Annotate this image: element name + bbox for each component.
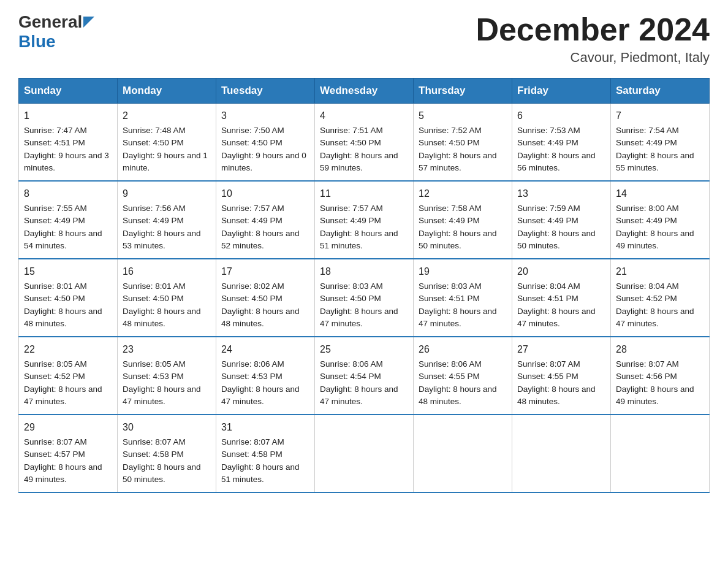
- sunset-label: Sunset: 4:52 PM: [24, 372, 85, 381]
- day-cell: 7Sunrise: 7:54 AMSunset: 4:49 PMDaylight…: [611, 104, 710, 182]
- day-cell: 16Sunrise: 8:01 AMSunset: 4:50 PMDayligh…: [118, 259, 216, 337]
- day-number: 9: [123, 186, 211, 201]
- sunset-label: Sunset: 4:50 PM: [320, 294, 381, 303]
- sunset-label: Sunset: 4:49 PM: [616, 216, 677, 225]
- sunrise-label: Sunrise: 7:55 AM: [24, 204, 87, 213]
- daylight-label: Daylight: 8 hours and 50 minutes.: [517, 229, 596, 250]
- day-number: 20: [517, 264, 605, 279]
- sunset-label: Sunset: 4:49 PM: [24, 216, 85, 225]
- daylight-label: Daylight: 8 hours and 48 minutes.: [221, 307, 300, 328]
- daylight-label: Daylight: 9 hours and 0 minutes.: [221, 151, 306, 172]
- sunset-label: Sunset: 4:49 PM: [517, 216, 578, 225]
- daylight-label: Daylight: 8 hours and 47 minutes.: [320, 307, 398, 328]
- day-number: 26: [419, 342, 507, 357]
- sunset-label: Sunset: 4:51 PM: [24, 138, 85, 147]
- calendar-header: SundayMondayTuesdayWednesdayThursdayFrid…: [19, 79, 710, 104]
- day-number: 10: [221, 186, 309, 201]
- day-cell: 13Sunrise: 7:59 AMSunset: 4:49 PMDayligh…: [512, 181, 611, 259]
- daylight-label: Daylight: 8 hours and 56 minutes.: [517, 151, 596, 172]
- day-number: 1: [24, 109, 112, 123]
- col-header-thursday: Thursday: [414, 79, 512, 104]
- daylight-label: Daylight: 8 hours and 50 minutes.: [123, 462, 201, 484]
- sunset-label: Sunset: 4:57 PM: [24, 450, 85, 459]
- day-cell: 15Sunrise: 8:01 AMSunset: 4:50 PMDayligh…: [19, 259, 118, 337]
- day-number: 23: [123, 342, 211, 357]
- daylight-label: Daylight: 8 hours and 48 minutes.: [419, 385, 497, 406]
- logo-general-text: General: [18, 12, 82, 32]
- day-cell: [414, 415, 512, 492]
- daylight-label: Daylight: 8 hours and 50 minutes.: [419, 229, 497, 250]
- sunrise-label: Sunrise: 8:06 AM: [221, 359, 284, 369]
- daylight-label: Daylight: 8 hours and 47 minutes.: [123, 385, 201, 406]
- daylight-label: Daylight: 9 hours and 3 minutes.: [24, 151, 109, 172]
- sunset-label: Sunset: 4:50 PM: [123, 138, 184, 147]
- sunset-label: Sunset: 4:51 PM: [517, 294, 578, 303]
- sunrise-label: Sunrise: 7:53 AM: [517, 126, 580, 135]
- daylight-label: Daylight: 8 hours and 47 minutes.: [221, 385, 300, 406]
- day-cell: 10Sunrise: 7:57 AMSunset: 4:49 PMDayligh…: [216, 181, 315, 259]
- week-row-3: 15Sunrise: 8:01 AMSunset: 4:50 PMDayligh…: [19, 259, 710, 337]
- sunset-label: Sunset: 4:49 PM: [616, 138, 677, 147]
- daylight-label: Daylight: 8 hours and 55 minutes.: [616, 151, 694, 172]
- sunrise-label: Sunrise: 8:04 AM: [616, 282, 679, 291]
- daylight-label: Daylight: 8 hours and 47 minutes.: [320, 385, 398, 406]
- sunset-label: Sunset: 4:49 PM: [419, 216, 480, 225]
- sunrise-label: Sunrise: 7:48 AM: [123, 126, 186, 135]
- sunrise-label: Sunrise: 7:59 AM: [517, 204, 580, 213]
- day-cell: 8Sunrise: 7:55 AMSunset: 4:49 PMDaylight…: [19, 181, 118, 259]
- day-number: 17: [221, 264, 309, 279]
- day-cell: 12Sunrise: 7:58 AMSunset: 4:49 PMDayligh…: [414, 181, 512, 259]
- day-number: 16: [123, 264, 211, 279]
- sunset-label: Sunset: 4:58 PM: [221, 450, 282, 459]
- day-number: 13: [517, 186, 605, 201]
- logo-blue-text: Blue: [18, 32, 56, 52]
- daylight-label: Daylight: 8 hours and 47 minutes.: [517, 307, 596, 328]
- daylight-label: Daylight: 8 hours and 49 minutes.: [616, 229, 694, 250]
- daylight-label: Daylight: 8 hours and 47 minutes.: [24, 385, 102, 406]
- day-cell: 26Sunrise: 8:06 AMSunset: 4:55 PMDayligh…: [414, 337, 512, 415]
- daylight-label: Daylight: 8 hours and 54 minutes.: [24, 229, 102, 250]
- day-number: 21: [616, 264, 704, 279]
- day-cell: 30Sunrise: 8:07 AMSunset: 4:58 PMDayligh…: [118, 415, 216, 492]
- sunrise-label: Sunrise: 7:47 AM: [24, 126, 87, 135]
- sunrise-label: Sunrise: 7:50 AM: [221, 126, 284, 135]
- logo: General Blue: [18, 12, 94, 52]
- week-row-4: 22Sunrise: 8:05 AMSunset: 4:52 PMDayligh…: [19, 337, 710, 415]
- location-subtitle: Cavour, Piedmont, Italy: [476, 50, 710, 66]
- sunrise-label: Sunrise: 8:06 AM: [419, 359, 482, 369]
- daylight-label: Daylight: 8 hours and 47 minutes.: [616, 307, 694, 328]
- sunset-label: Sunset: 4:49 PM: [517, 138, 578, 147]
- sunset-label: Sunset: 4:50 PM: [123, 294, 184, 303]
- logo-arrow-icon: [83, 17, 94, 30]
- daylight-label: Daylight: 8 hours and 48 minutes.: [123, 307, 201, 328]
- sunrise-label: Sunrise: 8:02 AM: [221, 282, 284, 291]
- sunset-label: Sunset: 4:49 PM: [123, 216, 184, 225]
- day-number: 8: [24, 186, 112, 201]
- col-header-friday: Friday: [512, 79, 611, 104]
- sunrise-label: Sunrise: 8:04 AM: [517, 282, 580, 291]
- day-cell: 28Sunrise: 8:07 AMSunset: 4:56 PMDayligh…: [611, 337, 710, 415]
- day-number: 29: [24, 420, 112, 435]
- day-cell: 17Sunrise: 8:02 AMSunset: 4:50 PMDayligh…: [216, 259, 315, 337]
- day-cell: 24Sunrise: 8:06 AMSunset: 4:53 PMDayligh…: [216, 337, 315, 415]
- day-number: 22: [24, 342, 112, 357]
- day-cell: 23Sunrise: 8:05 AMSunset: 4:53 PMDayligh…: [118, 337, 216, 415]
- day-number: 25: [320, 342, 408, 357]
- sunset-label: Sunset: 4:54 PM: [320, 372, 381, 381]
- page-header: General Blue December 2024 Cavour, Piedm…: [18, 12, 710, 66]
- sunset-label: Sunset: 4:53 PM: [221, 372, 282, 381]
- daylight-label: Daylight: 8 hours and 52 minutes.: [221, 229, 300, 250]
- sunrise-label: Sunrise: 7:51 AM: [320, 126, 383, 135]
- sunrise-label: Sunrise: 8:06 AM: [320, 359, 383, 369]
- sunset-label: Sunset: 4:50 PM: [221, 138, 282, 147]
- sunrise-label: Sunrise: 7:57 AM: [221, 204, 284, 213]
- sunrise-label: Sunrise: 8:05 AM: [24, 359, 87, 369]
- week-row-1: 1Sunrise: 7:47 AMSunset: 4:51 PMDaylight…: [19, 104, 710, 182]
- day-number: 6: [517, 109, 605, 123]
- sunrise-label: Sunrise: 8:01 AM: [123, 282, 186, 291]
- day-number: 5: [419, 109, 507, 123]
- sunrise-label: Sunrise: 8:01 AM: [24, 282, 87, 291]
- day-number: 11: [320, 186, 408, 201]
- daylight-label: Daylight: 8 hours and 51 minutes.: [221, 462, 300, 484]
- daylight-label: Daylight: 8 hours and 53 minutes.: [123, 229, 201, 250]
